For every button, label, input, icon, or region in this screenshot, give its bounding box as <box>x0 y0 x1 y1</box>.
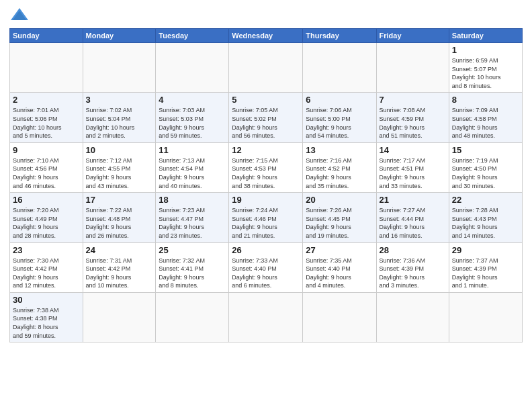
day-number: 11 <box>159 145 226 155</box>
day-number: 21 <box>380 195 446 205</box>
calendar-week-row: 30Sunrise: 7:38 AM Sunset: 4:38 PM Dayli… <box>10 292 523 342</box>
day-info: Sunrise: 7:22 AM Sunset: 4:48 PM Dayligh… <box>86 206 153 240</box>
logo-icon <box>9 7 30 23</box>
calendar-day-cell: 19Sunrise: 7:24 AM Sunset: 4:46 PM Dayli… <box>229 193 303 242</box>
calendar-day-cell <box>10 43 83 93</box>
weekday-header: Wednesday <box>229 29 303 43</box>
calendar-header-row: SundayMondayTuesdayWednesdayThursdayFrid… <box>10 29 523 43</box>
page-header <box>9 7 523 23</box>
calendar-day-cell: 18Sunrise: 7:23 AM Sunset: 4:47 PM Dayli… <box>156 193 229 242</box>
day-info: Sunrise: 7:17 AM Sunset: 4:51 PM Dayligh… <box>380 156 446 190</box>
day-info: Sunrise: 7:23 AM Sunset: 4:47 PM Dayligh… <box>159 206 226 240</box>
calendar-day-cell: 22Sunrise: 7:28 AM Sunset: 4:43 PM Dayli… <box>449 193 522 242</box>
day-number: 25 <box>159 245 226 255</box>
day-number: 6 <box>306 95 373 105</box>
day-info: Sunrise: 7:38 AM Sunset: 4:38 PM Dayligh… <box>13 306 80 340</box>
calendar-day-cell: 23Sunrise: 7:30 AM Sunset: 4:42 PM Dayli… <box>10 242 83 292</box>
day-number: 30 <box>13 295 80 305</box>
day-number: 14 <box>380 145 446 155</box>
day-info: Sunrise: 7:37 AM Sunset: 4:39 PM Dayligh… <box>452 257 519 290</box>
day-number: 17 <box>86 195 153 205</box>
calendar-day-cell: 20Sunrise: 7:26 AM Sunset: 4:45 PM Dayli… <box>303 193 376 242</box>
day-info: Sunrise: 7:12 AM Sunset: 4:55 PM Dayligh… <box>86 156 153 190</box>
day-info: Sunrise: 7:20 AM Sunset: 4:49 PM Dayligh… <box>13 206 80 240</box>
day-number: 24 <box>86 245 153 255</box>
day-info: Sunrise: 7:28 AM Sunset: 4:43 PM Dayligh… <box>452 206 519 240</box>
calendar: SundayMondayTuesdayWednesdayThursdayFrid… <box>9 28 523 342</box>
day-number: 16 <box>13 195 80 205</box>
calendar-day-cell: 2Sunrise: 7:01 AM Sunset: 5:06 PM Daylig… <box>10 93 83 142</box>
day-number: 4 <box>159 95 226 105</box>
day-info: Sunrise: 7:27 AM Sunset: 4:44 PM Dayligh… <box>380 206 446 240</box>
day-number: 19 <box>232 195 300 205</box>
calendar-day-cell: 5Sunrise: 7:05 AM Sunset: 5:02 PM Daylig… <box>229 93 303 142</box>
logo <box>9 7 32 23</box>
calendar-week-row: 2Sunrise: 7:01 AM Sunset: 5:06 PM Daylig… <box>10 93 523 142</box>
calendar-day-cell <box>303 43 376 93</box>
calendar-day-cell: 13Sunrise: 7:16 AM Sunset: 4:52 PM Dayli… <box>303 142 376 192</box>
day-number: 1 <box>452 45 519 55</box>
day-number: 26 <box>232 245 300 255</box>
weekday-header: Monday <box>83 29 156 43</box>
calendar-day-cell: 10Sunrise: 7:12 AM Sunset: 4:55 PM Dayli… <box>83 142 156 192</box>
day-number: 9 <box>13 145 80 155</box>
day-number: 12 <box>232 145 300 155</box>
day-info: Sunrise: 7:36 AM Sunset: 4:39 PM Dayligh… <box>380 257 446 290</box>
calendar-day-cell: 12Sunrise: 7:15 AM Sunset: 4:53 PM Dayli… <box>229 142 303 192</box>
calendar-day-cell <box>449 292 522 342</box>
calendar-day-cell <box>376 43 449 93</box>
calendar-day-cell: 21Sunrise: 7:27 AM Sunset: 4:44 PM Dayli… <box>376 193 449 242</box>
calendar-day-cell: 24Sunrise: 7:31 AM Sunset: 4:42 PM Dayli… <box>83 242 156 292</box>
day-info: Sunrise: 7:08 AM Sunset: 4:59 PM Dayligh… <box>380 106 446 140</box>
calendar-day-cell: 27Sunrise: 7:35 AM Sunset: 4:40 PM Dayli… <box>303 242 376 292</box>
calendar-day-cell <box>156 43 229 93</box>
calendar-day-cell: 7Sunrise: 7:08 AM Sunset: 4:59 PM Daylig… <box>376 93 449 142</box>
calendar-day-cell <box>83 292 156 342</box>
calendar-day-cell: 11Sunrise: 7:13 AM Sunset: 4:54 PM Dayli… <box>156 142 229 192</box>
day-number: 18 <box>159 195 226 205</box>
calendar-day-cell: 6Sunrise: 7:06 AM Sunset: 5:00 PM Daylig… <box>303 93 376 142</box>
day-number: 22 <box>452 195 519 205</box>
day-number: 8 <box>452 95 519 105</box>
day-info: Sunrise: 7:02 AM Sunset: 5:04 PM Dayligh… <box>86 106 153 140</box>
day-number: 15 <box>452 145 519 155</box>
day-info: Sunrise: 7:06 AM Sunset: 5:00 PM Dayligh… <box>306 106 373 140</box>
day-number: 20 <box>306 195 373 205</box>
day-info: Sunrise: 7:32 AM Sunset: 4:41 PM Dayligh… <box>159 257 226 290</box>
day-info: Sunrise: 7:15 AM Sunset: 4:53 PM Dayligh… <box>232 156 300 190</box>
day-info: Sunrise: 7:19 AM Sunset: 4:50 PM Dayligh… <box>452 156 519 190</box>
day-info: Sunrise: 6:59 AM Sunset: 5:07 PM Dayligh… <box>452 56 519 90</box>
calendar-day-cell: 3Sunrise: 7:02 AM Sunset: 5:04 PM Daylig… <box>83 93 156 142</box>
day-info: Sunrise: 7:10 AM Sunset: 4:56 PM Dayligh… <box>13 156 80 190</box>
day-info: Sunrise: 7:30 AM Sunset: 4:42 PM Dayligh… <box>13 257 80 290</box>
day-number: 2 <box>13 95 80 105</box>
day-number: 13 <box>306 145 373 155</box>
weekday-header: Friday <box>376 29 449 43</box>
day-info: Sunrise: 7:35 AM Sunset: 4:40 PM Dayligh… <box>306 257 373 290</box>
calendar-day-cell: 4Sunrise: 7:03 AM Sunset: 5:03 PM Daylig… <box>156 93 229 142</box>
day-info: Sunrise: 7:13 AM Sunset: 4:54 PM Dayligh… <box>159 156 226 190</box>
calendar-day-cell: 30Sunrise: 7:38 AM Sunset: 4:38 PM Dayli… <box>10 292 83 342</box>
calendar-day-cell <box>156 292 229 342</box>
calendar-day-cell: 15Sunrise: 7:19 AM Sunset: 4:50 PM Dayli… <box>449 142 522 192</box>
day-number: 5 <box>232 95 300 105</box>
day-info: Sunrise: 7:16 AM Sunset: 4:52 PM Dayligh… <box>306 156 373 190</box>
calendar-day-cell: 28Sunrise: 7:36 AM Sunset: 4:39 PM Dayli… <box>376 242 449 292</box>
day-info: Sunrise: 7:33 AM Sunset: 4:40 PM Dayligh… <box>232 257 300 290</box>
day-info: Sunrise: 7:03 AM Sunset: 5:03 PM Dayligh… <box>159 106 226 140</box>
calendar-day-cell: 8Sunrise: 7:09 AM Sunset: 4:58 PM Daylig… <box>449 93 522 142</box>
day-number: 28 <box>380 245 446 255</box>
calendar-day-cell <box>229 292 303 342</box>
day-info: Sunrise: 7:26 AM Sunset: 4:45 PM Dayligh… <box>306 206 373 240</box>
day-info: Sunrise: 7:09 AM Sunset: 4:58 PM Dayligh… <box>452 106 519 140</box>
calendar-day-cell <box>229 43 303 93</box>
calendar-week-row: 9Sunrise: 7:10 AM Sunset: 4:56 PM Daylig… <box>10 142 523 192</box>
calendar-day-cell: 1Sunrise: 6:59 AM Sunset: 5:07 PM Daylig… <box>449 43 522 93</box>
weekday-header: Sunday <box>10 29 83 43</box>
day-info: Sunrise: 7:24 AM Sunset: 4:46 PM Dayligh… <box>232 206 300 240</box>
calendar-week-row: 1Sunrise: 6:59 AM Sunset: 5:07 PM Daylig… <box>10 43 523 93</box>
calendar-day-cell: 16Sunrise: 7:20 AM Sunset: 4:49 PM Dayli… <box>10 193 83 242</box>
calendar-day-cell: 14Sunrise: 7:17 AM Sunset: 4:51 PM Dayli… <box>376 142 449 192</box>
calendar-day-cell: 9Sunrise: 7:10 AM Sunset: 4:56 PM Daylig… <box>10 142 83 192</box>
calendar-day-cell <box>303 292 376 342</box>
